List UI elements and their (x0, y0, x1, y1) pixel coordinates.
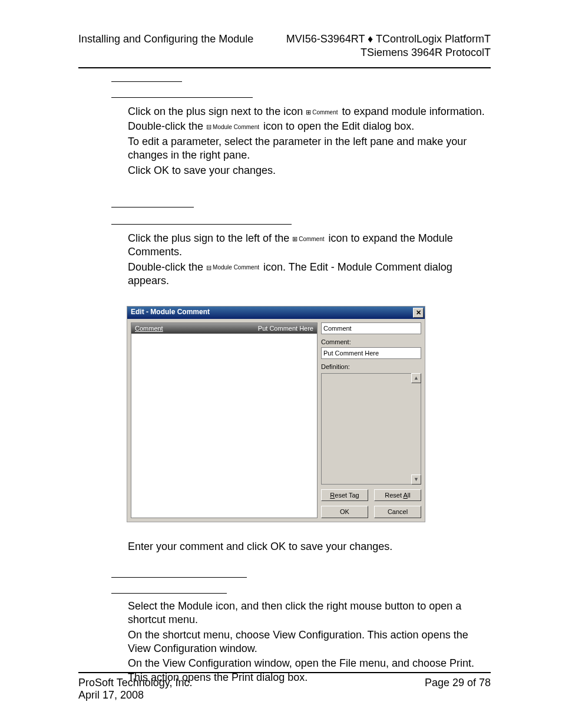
scroll-down-icon[interactable]: ▼ (411, 475, 421, 485)
scroll-up-icon[interactable]: ▲ (411, 373, 421, 383)
module-comment-icon-2: ⊟ (206, 264, 211, 271)
module-comment-icon: ⊟ (206, 123, 211, 130)
section1-step1: Click on the plus sign next to the icon … (128, 105, 491, 118)
after-dialog-text: Enter your comment and click OK to save … (128, 540, 491, 554)
section-rule-2b (111, 224, 292, 225)
header-rule (78, 67, 491, 68)
section1-step2: Double-click the ⊟Module Comment icon to… (128, 120, 491, 133)
footer-rule (78, 672, 491, 673)
section-rule-1b (111, 97, 253, 98)
header-left: Installing and Configuring the Module (78, 32, 253, 59)
definition-textarea[interactable]: ▲ ▼ (321, 373, 421, 485)
comment-tree-label: Comment (311, 109, 339, 116)
header-right-2: TSiemens 3964R ProtocolT (286, 46, 491, 60)
footer-page: Page 29 of 78 (425, 677, 491, 701)
left-panel-selected-row[interactable]: Comment Put Comment Here (131, 323, 317, 334)
definition-label: Definition: (321, 363, 421, 371)
right-top-box: Comment (321, 322, 421, 334)
section-rule-2a (111, 207, 194, 207)
comment-tree-label-2: Comment (297, 236, 325, 242)
reset-tag-button[interactable]: Reset Tag (321, 489, 368, 501)
comment-input[interactable]: Put Comment Here (321, 347, 421, 359)
header-right-1: MVI56-S3964RT ♦ TControlLogix PlatformT (286, 32, 491, 46)
ok-button[interactable]: OK (321, 506, 368, 518)
section1-step3: To edit a parameter, select the paramete… (128, 135, 491, 163)
section-rule-1a (111, 81, 182, 82)
reset-all-button[interactable]: Reset All (374, 489, 421, 501)
dialog-title: Edit - Module Comment (131, 308, 210, 317)
plus-tree-icon-2: ⊞ (292, 235, 297, 242)
section2-step1: Click the plus sign to the left of the ⊞… (128, 232, 491, 259)
section2-step2: Double-click the ⊟Module Comment icon. T… (128, 261, 491, 288)
module-comment-tree-label-2: Module Comment (211, 264, 260, 271)
section3-step2: On the shortcut menu, choose View Config… (128, 628, 491, 656)
section1-step4: Click OK to save your changes. (128, 164, 491, 177)
footer-date: April 17, 2008 (78, 689, 192, 701)
plus-tree-icon: ⊞ (306, 108, 311, 116)
section-rule-3a (111, 577, 247, 578)
module-comment-tree-label: Module Comment (211, 124, 260, 130)
footer-company: ProSoft Technology, Inc. (78, 677, 192, 689)
section3-step1: Select the Module icon, and then click t… (128, 599, 491, 627)
close-icon[interactable]: ✕ (413, 308, 424, 318)
dialog-left-panel[interactable]: Comment Put Comment Here (131, 322, 318, 518)
cancel-button[interactable]: Cancel (374, 506, 421, 518)
edit-module-comment-dialog: Edit - Module Comment ✕ Comment Put Comm… (127, 306, 425, 522)
comment-label: Comment: (321, 338, 421, 346)
section-rule-3b (111, 593, 227, 594)
